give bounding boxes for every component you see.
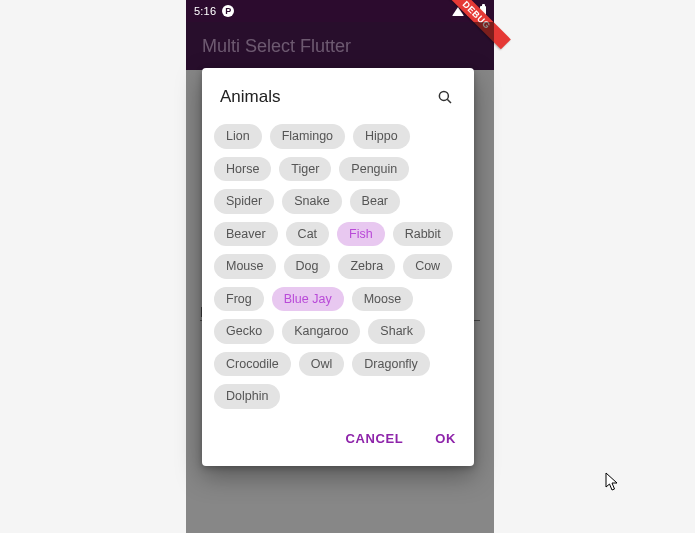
chip-option[interactable]: Gecko [214, 319, 274, 344]
chip-option[interactable]: Owl [299, 352, 345, 377]
chip-area: LionFlamingoHippoHorseTigerPenguinSpider… [202, 118, 474, 415]
chip-option[interactable]: Penguin [339, 157, 409, 182]
chip-option[interactable]: Bear [350, 189, 400, 214]
svg-point-0 [439, 91, 448, 100]
chip-option[interactable]: Spider [214, 189, 274, 214]
dialog-title: Animals [220, 87, 280, 107]
chip-option[interactable]: Frog [214, 287, 264, 312]
chip-option[interactable]: Kangaroo [282, 319, 360, 344]
chip-option[interactable]: Crocodile [214, 352, 291, 377]
chip-option[interactable]: Horse [214, 157, 271, 182]
statusbar-time: 5:16 [194, 5, 216, 17]
chip-option[interactable]: Dog [284, 254, 331, 279]
dialog-actions: CANCEL OK [202, 415, 474, 466]
chip-option[interactable]: Cow [403, 254, 452, 279]
multi-select-dialog: Animals LionFlamingoHippoHorseTigerPengu… [202, 68, 474, 466]
chip-option[interactable]: Snake [282, 189, 341, 214]
statusbar: 5:16 P [186, 0, 494, 22]
chip-option[interactable]: Blue Jay [272, 287, 344, 312]
ok-button[interactable]: OK [427, 425, 464, 452]
chip-option[interactable]: Moose [352, 287, 414, 312]
chip-option[interactable]: Flamingo [270, 124, 345, 149]
chip-option[interactable]: Beaver [214, 222, 278, 247]
svg-line-1 [447, 99, 451, 103]
dialog-header: Animals [202, 68, 474, 118]
mouse-cursor-icon [605, 472, 619, 492]
chip-option[interactable]: Lion [214, 124, 262, 149]
chip-option[interactable]: Dolphin [214, 384, 280, 409]
chip-option[interactable]: Mouse [214, 254, 276, 279]
profile-badge-icon: P [222, 5, 234, 17]
chip-option[interactable]: Shark [368, 319, 425, 344]
phone-frame: 5:16 P Multi Select Flutter DEBUG F Anim… [186, 0, 494, 533]
cancel-button[interactable]: CANCEL [338, 425, 412, 452]
chip-option[interactable]: Cat [286, 222, 329, 247]
chip-option[interactable]: Hippo [353, 124, 410, 149]
chip-option[interactable]: Zebra [338, 254, 395, 279]
search-icon[interactable] [434, 86, 456, 108]
chip-option[interactable]: Rabbit [393, 222, 453, 247]
chip-option[interactable]: Tiger [279, 157, 331, 182]
chip-option[interactable]: Fish [337, 222, 385, 247]
chip-option[interactable]: Dragonfly [352, 352, 430, 377]
